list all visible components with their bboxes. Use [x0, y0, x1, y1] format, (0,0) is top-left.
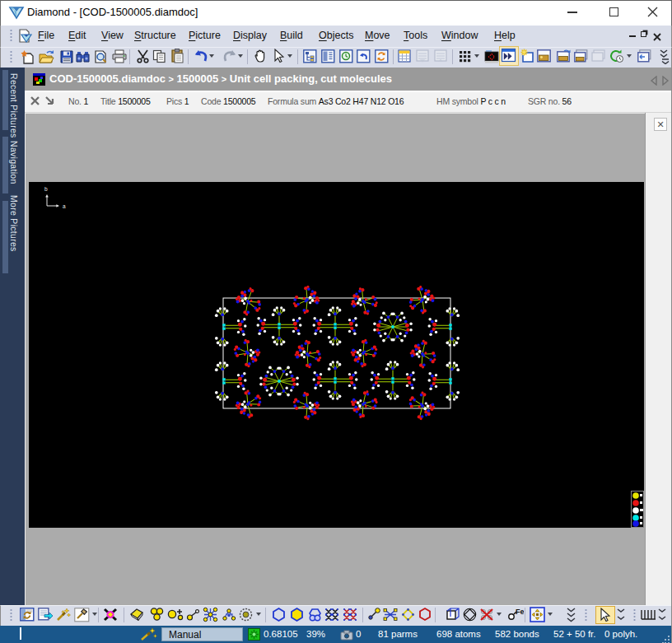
svg-text:Fe: Fe: [516, 608, 524, 616]
svg-text:b: b: [44, 186, 48, 192]
svg-text:a: a: [63, 203, 66, 209]
